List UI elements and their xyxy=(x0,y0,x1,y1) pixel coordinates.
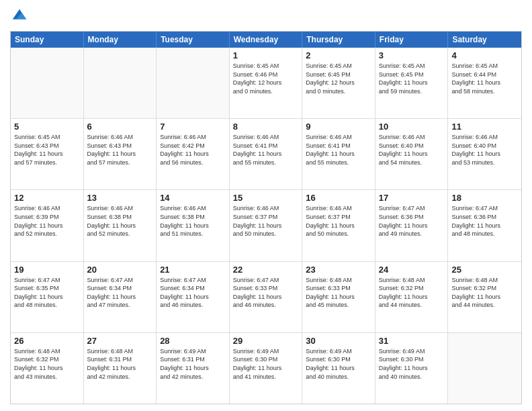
cell-info: Sunrise: 6:45 AM Sunset: 6:45 PM Dayligh… xyxy=(379,62,445,95)
calendar-cell: 21Sunrise: 6:47 AM Sunset: 6:34 PM Dayli… xyxy=(157,262,230,332)
cell-info: Sunrise: 6:47 AM Sunset: 6:34 PM Dayligh… xyxy=(87,276,153,310)
calendar-cell xyxy=(157,48,230,118)
cell-info: Sunrise: 6:47 AM Sunset: 6:36 PM Dayligh… xyxy=(451,204,518,238)
cell-info: Sunrise: 6:48 AM Sunset: 6:32 PM Dayligh… xyxy=(379,276,445,310)
calendar-cell: 14Sunrise: 6:46 AM Sunset: 6:38 PM Dayli… xyxy=(157,190,230,261)
cell-day-number: 12 xyxy=(14,193,80,203)
calendar-cell: 29Sunrise: 6:49 AM Sunset: 6:30 PM Dayli… xyxy=(230,333,303,404)
cell-day-number: 15 xyxy=(233,193,299,203)
cell-info: Sunrise: 6:49 AM Sunset: 6:30 PM Dayligh… xyxy=(233,347,299,381)
calendar-row: 26Sunrise: 6:48 AM Sunset: 6:32 PM Dayli… xyxy=(11,333,521,404)
cell-day-number: 13 xyxy=(87,193,153,203)
cell-info: Sunrise: 6:45 AM Sunset: 6:45 PM Dayligh… xyxy=(306,62,371,95)
calendar-row: 12Sunrise: 6:46 AM Sunset: 6:39 PM Dayli… xyxy=(11,190,521,261)
calendar-cell: 11Sunrise: 6:46 AM Sunset: 6:40 PM Dayli… xyxy=(448,119,521,189)
cell-day-number: 11 xyxy=(451,122,518,132)
cell-day-number: 10 xyxy=(379,122,445,132)
cell-day-number: 31 xyxy=(379,336,445,346)
calendar-cell xyxy=(448,333,521,404)
calendar-cell: 7Sunrise: 6:46 AM Sunset: 6:42 PM Daylig… xyxy=(157,119,230,189)
cell-info: Sunrise: 6:46 AM Sunset: 6:40 PM Dayligh… xyxy=(379,133,445,167)
cell-info: Sunrise: 6:49 AM Sunset: 6:30 PM Dayligh… xyxy=(379,347,445,381)
cell-info: Sunrise: 6:47 AM Sunset: 6:34 PM Dayligh… xyxy=(160,276,226,310)
calendar-cell: 27Sunrise: 6:48 AM Sunset: 6:31 PM Dayli… xyxy=(84,333,157,404)
cell-day-number: 23 xyxy=(306,265,371,275)
cell-info: Sunrise: 6:47 AM Sunset: 6:33 PM Dayligh… xyxy=(233,276,299,310)
cell-info: Sunrise: 6:46 AM Sunset: 6:43 PM Dayligh… xyxy=(87,133,153,167)
cell-day-number: 18 xyxy=(451,193,518,203)
calendar-cell: 23Sunrise: 6:48 AM Sunset: 6:33 PM Dayli… xyxy=(302,262,375,332)
calendar-cell: 18Sunrise: 6:47 AM Sunset: 6:36 PM Dayli… xyxy=(448,190,521,261)
calendar-cell: 24Sunrise: 6:48 AM Sunset: 6:32 PM Dayli… xyxy=(375,262,449,332)
cell-info: Sunrise: 6:48 AM Sunset: 6:33 PM Dayligh… xyxy=(306,276,371,310)
day-header-friday: Friday xyxy=(375,32,449,48)
calendar: SundayMondayTuesdayWednesdayThursdayFrid… xyxy=(10,31,522,404)
cell-day-number: 8 xyxy=(233,122,299,132)
cell-info: Sunrise: 6:46 AM Sunset: 6:37 PM Dayligh… xyxy=(233,204,299,238)
day-header-sunday: Sunday xyxy=(11,32,84,48)
cell-info: Sunrise: 6:45 AM Sunset: 6:46 PM Dayligh… xyxy=(233,62,299,95)
calendar-cell: 5Sunrise: 6:45 AM Sunset: 6:43 PM Daylig… xyxy=(11,119,84,189)
day-header-monday: Monday xyxy=(84,32,157,48)
cell-info: Sunrise: 6:46 AM Sunset: 6:40 PM Dayligh… xyxy=(451,133,518,167)
calendar-cell: 1Sunrise: 6:45 AM Sunset: 6:46 PM Daylig… xyxy=(230,48,303,118)
cell-info: Sunrise: 6:49 AM Sunset: 6:30 PM Dayligh… xyxy=(306,347,371,381)
cell-day-number: 27 xyxy=(87,336,153,346)
calendar-cell: 16Sunrise: 6:46 AM Sunset: 6:37 PM Dayli… xyxy=(302,190,375,261)
cell-day-number: 5 xyxy=(14,122,80,132)
cell-day-number: 29 xyxy=(233,336,299,346)
cell-info: Sunrise: 6:45 AM Sunset: 6:43 PM Dayligh… xyxy=(14,133,80,167)
cell-info: Sunrise: 6:46 AM Sunset: 6:38 PM Dayligh… xyxy=(87,204,153,238)
cell-day-number: 21 xyxy=(160,265,226,275)
cell-day-number: 30 xyxy=(306,336,371,346)
cell-day-number: 25 xyxy=(451,265,518,275)
cell-info: Sunrise: 6:48 AM Sunset: 6:32 PM Dayligh… xyxy=(451,276,518,310)
cell-day-number: 14 xyxy=(160,193,226,203)
calendar-cell: 4Sunrise: 6:45 AM Sunset: 6:44 PM Daylig… xyxy=(448,48,521,118)
calendar-cell: 28Sunrise: 6:49 AM Sunset: 6:31 PM Dayli… xyxy=(157,333,230,404)
cell-day-number: 1 xyxy=(233,50,299,60)
calendar-cell: 17Sunrise: 6:47 AM Sunset: 6:36 PM Dayli… xyxy=(375,190,449,261)
calendar-cell: 13Sunrise: 6:46 AM Sunset: 6:38 PM Dayli… xyxy=(84,190,157,261)
cell-info: Sunrise: 6:45 AM Sunset: 6:44 PM Dayligh… xyxy=(451,62,518,95)
calendar-cell: 25Sunrise: 6:48 AM Sunset: 6:32 PM Dayli… xyxy=(448,262,521,332)
cell-day-number: 16 xyxy=(306,193,371,203)
logo-icon xyxy=(10,7,29,26)
cell-info: Sunrise: 6:48 AM Sunset: 6:31 PM Dayligh… xyxy=(87,347,153,381)
logo xyxy=(10,7,32,26)
calendar-cell xyxy=(11,48,84,118)
calendar-cell: 2Sunrise: 6:45 AM Sunset: 6:45 PM Daylig… xyxy=(302,48,375,118)
cell-day-number: 20 xyxy=(87,265,153,275)
day-headers: SundayMondayTuesdayWednesdayThursdayFrid… xyxy=(11,32,521,48)
calendar-cell: 31Sunrise: 6:49 AM Sunset: 6:30 PM Dayli… xyxy=(375,333,449,404)
cell-info: Sunrise: 6:46 AM Sunset: 6:42 PM Dayligh… xyxy=(160,133,226,167)
day-header-wednesday: Wednesday xyxy=(230,32,303,48)
calendar-cell: 6Sunrise: 6:46 AM Sunset: 6:43 PM Daylig… xyxy=(84,119,157,189)
cell-info: Sunrise: 6:47 AM Sunset: 6:36 PM Dayligh… xyxy=(379,204,445,238)
calendar-cell: 22Sunrise: 6:47 AM Sunset: 6:33 PM Dayli… xyxy=(230,262,303,332)
cell-day-number: 28 xyxy=(160,336,226,346)
cell-day-number: 26 xyxy=(14,336,80,346)
cell-day-number: 6 xyxy=(87,122,153,132)
cell-day-number: 9 xyxy=(306,122,371,132)
cell-info: Sunrise: 6:46 AM Sunset: 6:38 PM Dayligh… xyxy=(160,204,226,238)
calendar-cell: 8Sunrise: 6:46 AM Sunset: 6:41 PM Daylig… xyxy=(230,119,303,189)
day-header-tuesday: Tuesday xyxy=(157,32,230,48)
calendar-cell: 20Sunrise: 6:47 AM Sunset: 6:34 PM Dayli… xyxy=(84,262,157,332)
cell-info: Sunrise: 6:49 AM Sunset: 6:31 PM Dayligh… xyxy=(160,347,226,381)
cell-day-number: 2 xyxy=(306,50,371,60)
day-header-saturday: Saturday xyxy=(448,32,521,48)
cell-day-number: 7 xyxy=(160,122,226,132)
page: SundayMondayTuesdayWednesdayThursdayFrid… xyxy=(0,0,532,411)
cell-info: Sunrise: 6:46 AM Sunset: 6:41 PM Dayligh… xyxy=(306,133,371,167)
cell-day-number: 24 xyxy=(379,265,445,275)
cell-info: Sunrise: 6:48 AM Sunset: 6:32 PM Dayligh… xyxy=(14,347,80,381)
cell-day-number: 4 xyxy=(451,50,518,60)
cell-day-number: 19 xyxy=(14,265,80,275)
cell-day-number: 22 xyxy=(233,265,299,275)
calendar-cell xyxy=(84,48,157,118)
calendar-cell: 10Sunrise: 6:46 AM Sunset: 6:40 PM Dayli… xyxy=(375,119,449,189)
day-header-thursday: Thursday xyxy=(302,32,375,48)
calendar-cell: 30Sunrise: 6:49 AM Sunset: 6:30 PM Dayli… xyxy=(302,333,375,404)
cell-info: Sunrise: 6:46 AM Sunset: 6:37 PM Dayligh… xyxy=(306,204,371,238)
